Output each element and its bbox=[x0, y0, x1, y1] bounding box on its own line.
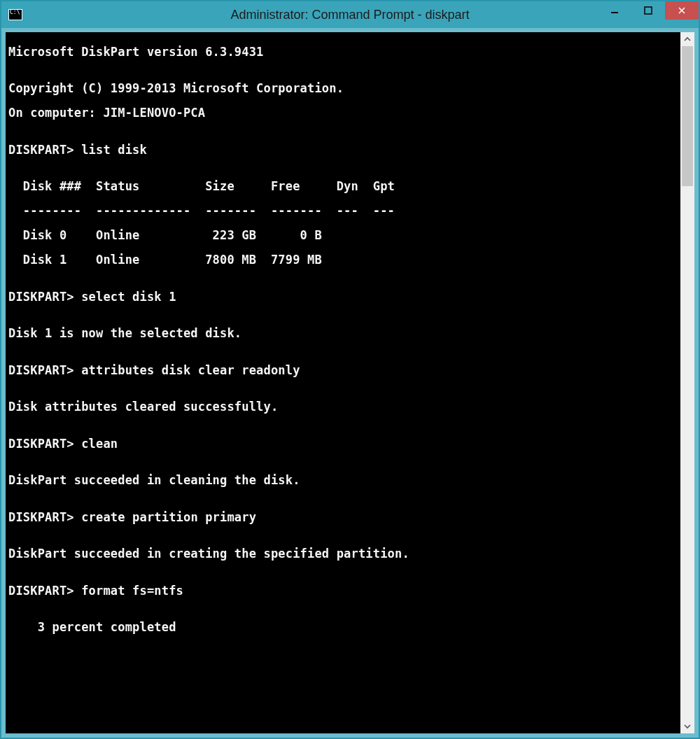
scroll-up-button[interactable] bbox=[680, 32, 694, 46]
console-line: DISKPART> create partition primary bbox=[8, 512, 680, 524]
scrollbar-track[interactable] bbox=[680, 46, 694, 719]
console-line: Disk attributes cleared successfully. bbox=[8, 401, 680, 414]
command-prompt-window: Administrator: Command Prompt - diskpart bbox=[0, 0, 700, 739]
window-title: Administrator: Command Prompt - diskpart bbox=[1, 8, 699, 22]
close-button[interactable] bbox=[665, 1, 699, 20]
vertical-scrollbar[interactable] bbox=[680, 32, 694, 733]
window-controls bbox=[598, 1, 699, 22]
console-line: Microsoft DiskPart version 6.3.9431 bbox=[8, 46, 680, 59]
console-line: DISKPART> attributes disk clear readonly bbox=[8, 365, 680, 377]
console-line: DISKPART> clean bbox=[8, 438, 680, 451]
cmd-icon bbox=[8, 9, 22, 20]
console-line: DiskPart succeeded in cleaning the disk. bbox=[8, 474, 680, 487]
console-line: 3 percent completed bbox=[8, 621, 680, 634]
console-line: DiskPart succeeded in creating the speci… bbox=[8, 548, 680, 561]
minimize-button[interactable] bbox=[598, 1, 631, 20]
table-divider: -------- ------------- ------- ------- -… bbox=[8, 205, 680, 218]
table-row: Disk 1 Online 7800 MB 7799 MB bbox=[8, 254, 680, 267]
close-icon bbox=[678, 6, 686, 15]
minimize-icon bbox=[610, 6, 619, 15]
chevron-down-icon bbox=[684, 723, 691, 730]
scrollbar-thumb[interactable] bbox=[682, 46, 693, 186]
console-line: Copyright (C) 1999-2013 Microsoft Corpor… bbox=[8, 83, 680, 95]
titlebar[interactable]: Administrator: Command Prompt - diskpart bbox=[1, 1, 699, 28]
console-line: DISKPART> list disk bbox=[8, 144, 680, 157]
svg-rect-1 bbox=[645, 7, 652, 14]
console-line: On computer: JIM-LENOVO-PCA bbox=[8, 107, 680, 120]
client-area: Microsoft DiskPart version 6.3.9431 Copy… bbox=[1, 28, 699, 738]
maximize-icon bbox=[644, 6, 652, 15]
table-row: Disk 0 Online 223 GB 0 B bbox=[8, 230, 680, 242]
maximize-button[interactable] bbox=[631, 1, 665, 20]
svg-rect-0 bbox=[611, 12, 618, 13]
console-wrap: Microsoft DiskPart version 6.3.9431 Copy… bbox=[6, 32, 694, 733]
table-header: Disk ### Status Size Free Dyn Gpt bbox=[8, 181, 680, 193]
console-line: Disk 1 is now the selected disk. bbox=[8, 328, 680, 340]
console-line: DISKPART> format fs=ntfs bbox=[8, 585, 680, 598]
console-output[interactable]: Microsoft DiskPart version 6.3.9431 Copy… bbox=[6, 32, 680, 733]
chevron-up-icon bbox=[684, 36, 691, 43]
scroll-down-button[interactable] bbox=[680, 719, 694, 733]
console-line: DISKPART> select disk 1 bbox=[8, 291, 680, 304]
